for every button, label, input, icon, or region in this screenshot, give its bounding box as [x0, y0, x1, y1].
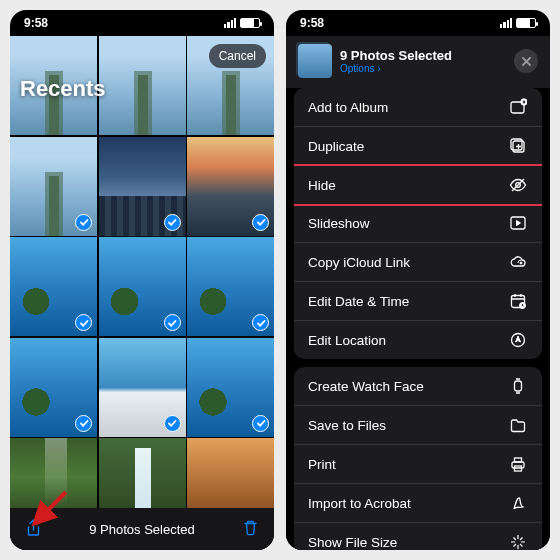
- action-label: Edit Location: [308, 333, 386, 348]
- selected-check-icon: [252, 314, 269, 331]
- cancel-button[interactable]: Cancel: [209, 44, 266, 68]
- action-hide[interactable]: Hide: [294, 164, 542, 206]
- share-sheet-screen: 9:58 9 Photos Selected Options › Add to …: [286, 10, 550, 550]
- action-label: Edit Date & Time: [308, 294, 409, 309]
- play-icon: [508, 213, 528, 233]
- selected-check-icon: [75, 214, 92, 231]
- status-bar: 9:58: [10, 10, 274, 36]
- selected-check-icon: [164, 214, 181, 231]
- photo-thumb[interactable]: [99, 36, 186, 135]
- status-time: 9:58: [300, 16, 324, 30]
- action-label: Slideshow: [308, 216, 370, 231]
- action-group-2: Create Watch FaceSave to FilesPrintImpor…: [294, 367, 542, 550]
- signal-icon: [224, 18, 236, 28]
- signal-icon: [500, 18, 512, 28]
- action-label: Show File Size: [308, 535, 397, 550]
- selection-count: 9 Photos Selected: [89, 522, 195, 537]
- action-copy-icloud-link[interactable]: Copy iCloud Link: [294, 243, 542, 282]
- photo-grid[interactable]: [10, 36, 274, 508]
- action-print[interactable]: Print: [294, 445, 542, 484]
- action-create-watch-face[interactable]: Create Watch Face: [294, 367, 542, 406]
- folder-icon: [508, 415, 528, 435]
- action-duplicate[interactable]: Duplicate: [294, 127, 542, 166]
- selected-check-icon: [252, 214, 269, 231]
- action-label: Add to Album: [308, 100, 388, 115]
- trash-button[interactable]: [241, 518, 260, 540]
- photo-thumb[interactable]: [10, 137, 97, 236]
- action-edit-date-time[interactable]: Edit Date & Time: [294, 282, 542, 321]
- cloud-icon: [508, 252, 528, 272]
- action-import-to-acrobat[interactable]: Import to Acrobat: [294, 484, 542, 523]
- action-show-file-size[interactable]: Show File Size: [294, 523, 542, 550]
- status-bar: 9:58: [286, 10, 550, 36]
- photo-thumb[interactable]: [187, 137, 274, 236]
- close-button[interactable]: [514, 49, 538, 73]
- options-link[interactable]: Options ›: [340, 63, 452, 74]
- acrobat-icon: [508, 493, 528, 513]
- status-time: 9:58: [24, 16, 48, 30]
- action-group-1: Add to AlbumDuplicateHideSlideshowCopy i…: [294, 88, 542, 359]
- photo-thumb[interactable]: [10, 338, 97, 437]
- action-save-to-files[interactable]: Save to Files: [294, 406, 542, 445]
- photo-thumb[interactable]: [187, 338, 274, 437]
- photos-grid-screen: 9:58 Cancel Recents 9 Photos Selected: [10, 10, 274, 550]
- photo-thumb[interactable]: [99, 137, 186, 236]
- battery-icon: [516, 18, 536, 28]
- album-icon: [508, 97, 528, 117]
- action-label: Hide: [308, 178, 336, 193]
- sheet-title: 9 Photos Selected: [340, 48, 452, 63]
- selected-check-icon: [75, 415, 92, 432]
- action-label: Duplicate: [308, 139, 364, 154]
- photo-thumb[interactable]: [99, 237, 186, 336]
- location-icon: [508, 330, 528, 350]
- action-label: Copy iCloud Link: [308, 255, 410, 270]
- selected-check-icon: [252, 415, 269, 432]
- sheet-thumbnail: [298, 44, 332, 78]
- photo-thumb[interactable]: [10, 237, 97, 336]
- duplicate-icon: [508, 136, 528, 156]
- printer-icon: [508, 454, 528, 474]
- photo-thumb[interactable]: [187, 438, 274, 508]
- action-label: Print: [308, 457, 336, 472]
- photo-thumb[interactable]: [187, 237, 274, 336]
- photo-thumb[interactable]: [99, 438, 186, 508]
- action-slideshow[interactable]: Slideshow: [294, 204, 542, 243]
- action-label: Import to Acrobat: [308, 496, 411, 511]
- action-label: Save to Files: [308, 418, 386, 433]
- selected-check-icon: [164, 415, 181, 432]
- sheet-body[interactable]: Add to AlbumDuplicateHideSlideshowCopy i…: [286, 88, 550, 550]
- battery-icon: [240, 18, 260, 28]
- selected-check-icon: [164, 314, 181, 331]
- action-edit-location[interactable]: Edit Location: [294, 321, 542, 359]
- action-add-to-album[interactable]: Add to Album: [294, 88, 542, 127]
- hide-icon: [508, 175, 528, 195]
- watch-icon: [508, 376, 528, 396]
- album-title: Recents: [20, 76, 106, 102]
- sparkle-icon: [508, 532, 528, 550]
- sheet-header: 9 Photos Selected Options ›: [286, 36, 550, 88]
- callout-arrow: [30, 486, 72, 528]
- photo-thumb[interactable]: [99, 338, 186, 437]
- action-label: Create Watch Face: [308, 379, 424, 394]
- selected-check-icon: [75, 314, 92, 331]
- calendar-icon: [508, 291, 528, 311]
